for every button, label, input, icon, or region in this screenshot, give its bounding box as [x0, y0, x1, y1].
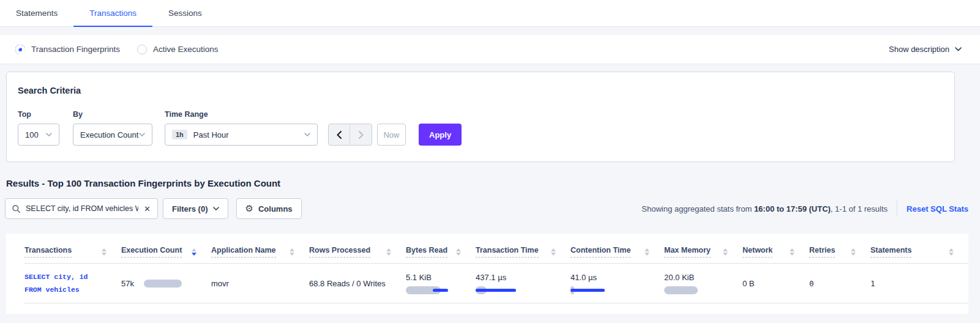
show-description-toggle[interactable]: Show description — [889, 45, 962, 54]
column-label: Transactions — [24, 246, 72, 258]
prev-time-range-button[interactable] — [329, 124, 350, 145]
column-header-execution-count[interactable]: Execution Count — [121, 246, 211, 258]
sort-icon[interactable] — [723, 248, 728, 256]
aggregated-stats-text: Showing aggregated stats from 16:00 to 1… — [641, 204, 888, 213]
radio-transaction-fingerprints[interactable]: Transaction Fingerprints — [15, 45, 120, 54]
sort-icon[interactable] — [790, 248, 795, 256]
column-label: Bytes Read — [406, 246, 447, 258]
max-memory-bar-group: 20.0 KiB — [664, 273, 728, 294]
column-label: Max Memory — [664, 246, 711, 258]
column-header-transaction-time[interactable]: Transaction Time — [476, 246, 570, 258]
max-memory-value: 20.0 KiB — [664, 273, 728, 282]
sort-icon[interactable] — [290, 248, 294, 256]
chevron-down-icon — [955, 47, 962, 51]
column-header-retries[interactable]: Retries — [809, 246, 870, 258]
column-header-max-memory[interactable]: Max Memory — [664, 246, 742, 258]
column-label: Contention Time — [570, 246, 630, 258]
top-field-group: Top 100 — [18, 110, 59, 146]
search-criteria-title: Search Criteria — [18, 86, 943, 95]
clear-search-icon[interactable]: ✕ — [144, 205, 151, 213]
sort-icon[interactable] — [551, 248, 556, 256]
bytes-read-value: 5.1 KiB — [406, 273, 461, 282]
time-range-value: Past Hour — [193, 130, 304, 139]
execution-count-bar-group: 57k — [121, 279, 196, 288]
radio-unselected-icon[interactable] — [137, 45, 147, 54]
sort-icon-active-desc[interactable] — [192, 248, 196, 256]
sort-icon[interactable] — [851, 248, 856, 256]
top-select[interactable]: 100 — [18, 124, 59, 146]
tab-sessions[interactable]: Sessions — [152, 0, 218, 26]
bytes-read-stddev-line — [433, 289, 448, 292]
tab-transactions[interactable]: Transactions — [73, 0, 152, 26]
columns-button[interactable]: ⚙ Columns — [236, 198, 302, 219]
max-memory-bar — [664, 286, 698, 294]
sort-icon[interactable] — [386, 248, 391, 256]
sort-icon[interactable] — [102, 248, 107, 256]
chevron-down-icon — [304, 133, 310, 136]
chevron-down-icon — [213, 207, 219, 210]
reset-sql-stats-link[interactable]: Reset SQL Stats — [907, 204, 968, 213]
sort-icon[interactable] — [645, 248, 649, 256]
column-label: Transaction Time — [476, 246, 539, 258]
column-header-rows-processed[interactable]: Rows Processed — [309, 246, 406, 258]
time-range-select[interactable]: 1h Past Hour — [165, 124, 318, 146]
contention-time-stddev-line — [570, 289, 605, 292]
sort-icon[interactable] — [456, 248, 461, 256]
search-criteria-form: Top 100 By Execution Count Time Range 1h… — [18, 110, 943, 146]
columns-label: Columns — [258, 204, 293, 213]
contention-time-bar-group: 41.0 µs — [570, 273, 649, 294]
column-label: Rows Processed — [309, 246, 370, 258]
transaction-time-stddev-line — [476, 289, 516, 292]
cell-transaction-fingerprint: SELECT city, id FROM vehicles — [24, 270, 121, 296]
transactions-table: Transactions Execution Count Application… — [6, 234, 968, 314]
show-description-label: Show description — [889, 45, 949, 54]
search-icon — [12, 205, 20, 213]
transaction-time-value: 437.1 µs — [476, 273, 556, 282]
sql-search-box[interactable]: ✕ — [5, 198, 158, 219]
sort-icon[interactable] — [949, 248, 954, 256]
view-radio-group: Transaction Fingerprints Active Executio… — [15, 45, 219, 54]
column-label: Application Name — [211, 246, 276, 258]
cell-max-memory: 20.0 KiB — [664, 273, 742, 294]
column-label: Network — [742, 246, 772, 258]
bytes-read-bar-group: 5.1 KiB — [406, 273, 461, 294]
search-criteria-panel: Search Criteria Top 100 By Execution Cou… — [6, 72, 955, 162]
view-toggle-row: Transaction Fingerprints Active Executio… — [0, 35, 980, 64]
transaction-fingerprint-link[interactable]: SELECT city, id FROM vehicles — [24, 270, 107, 296]
next-time-range-button[interactable] — [350, 124, 372, 145]
column-header-transactions[interactable]: Transactions — [24, 246, 121, 258]
column-header-application-name[interactable]: Application Name — [211, 246, 309, 258]
top-label: Top — [18, 110, 59, 119]
column-header-contention-time[interactable]: Contention Time — [570, 246, 664, 258]
chevron-left-icon — [337, 131, 342, 139]
stats-prefix: Showing aggregated stats from — [641, 204, 754, 213]
cell-application-name: movr — [211, 279, 309, 288]
transaction-time-bar-group: 437.1 µs — [476, 273, 556, 294]
filters-button[interactable]: Filters (0) — [163, 198, 228, 219]
table-header-row: Transactions Execution Count Application… — [24, 240, 968, 264]
time-range-label: Time Range — [165, 110, 318, 119]
stats-time-range: 16:00 to 17:59 (UTC) — [754, 204, 831, 213]
by-select-value: Execution Count — [80, 130, 139, 139]
column-header-bytes-read[interactable]: Bytes Read — [406, 246, 476, 258]
column-label: Execution Count — [121, 246, 182, 258]
now-button[interactable]: Now — [377, 124, 406, 146]
apply-button[interactable]: Apply — [419, 124, 462, 146]
cell-contention-time: 41.0 µs — [570, 273, 664, 294]
filters-label: Filters (0) — [172, 204, 208, 213]
contention-time-value: 41.0 µs — [570, 273, 649, 282]
cell-network: 0 B — [742, 279, 809, 288]
tab-statements[interactable]: Statements — [0, 0, 73, 26]
by-select[interactable]: Execution Count — [73, 124, 152, 146]
column-label: Retries — [809, 246, 835, 258]
column-header-network[interactable]: Network — [742, 246, 809, 258]
radio-active-executions[interactable]: Active Executions — [137, 45, 219, 54]
search-input[interactable] — [26, 204, 138, 213]
execution-count-bar — [144, 280, 182, 288]
cell-rows-processed: 68.8 Reads / 0 Writes — [309, 279, 406, 288]
radio-selected-icon[interactable] — [15, 45, 25, 54]
results-toolbar: ✕ Filters (0) ⚙ Columns Showing aggregat… — [5, 198, 968, 219]
time-range-step-control — [328, 124, 372, 146]
radio-label: Transaction Fingerprints — [31, 45, 120, 54]
column-header-statements[interactable]: Statements — [870, 246, 968, 258]
